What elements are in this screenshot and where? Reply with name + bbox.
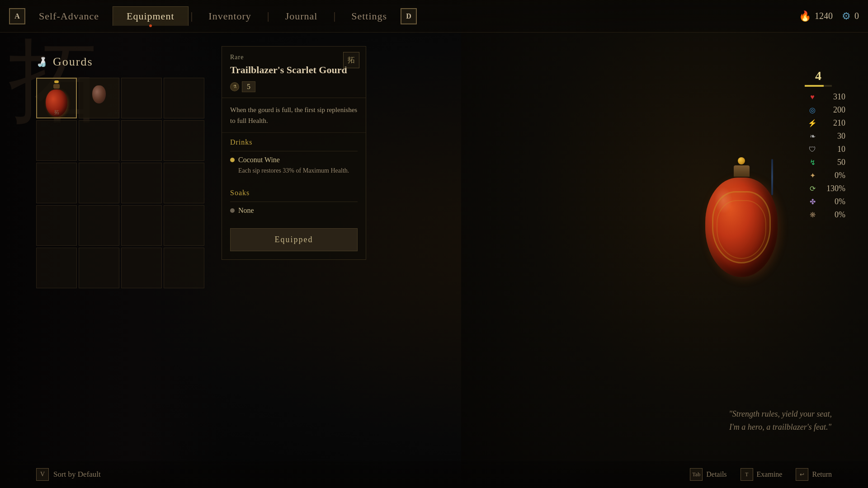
stat-pct4-row: ❋ 0%	[791, 210, 845, 220]
nav-sep-1: |	[189, 10, 195, 22]
item-mark-0: 拓	[54, 109, 59, 116]
health-value: 310	[821, 92, 845, 102]
drinks-section: Drinks Coconut Wine Each sip restores 33…	[222, 133, 366, 183]
grid-cell-11[interactable]	[164, 163, 204, 203]
nav-settings[interactable]: Settings	[338, 7, 401, 26]
drink-desc: Each sip restores 33% of Maximum Health.	[238, 166, 349, 175]
item-uses: ⚗ 5	[230, 81, 358, 92]
defense-value: 10	[821, 145, 845, 154]
pct1-value: 0%	[821, 171, 845, 180]
soak-name: None	[238, 206, 254, 215]
key-a-badge: A	[9, 8, 25, 24]
equipped-button[interactable]: Equipped	[230, 228, 358, 251]
grid-cell-19[interactable]	[164, 248, 204, 288]
posture-value: 200	[821, 105, 845, 115]
soaks-title: Soaks	[230, 189, 358, 197]
grid-cell-15[interactable]	[164, 205, 204, 246]
health-icon: ♥	[808, 93, 817, 101]
pct4-icon: ❋	[808, 211, 817, 219]
grid-cell-4[interactable]	[36, 120, 77, 161]
sort-button[interactable]: V Sort by Default	[36, 468, 101, 481]
item-name: Trailblazer's Scarlet Gourd	[230, 64, 358, 77]
pct2-icon: ⟳	[808, 184, 817, 193]
stat-posture-row: ◎ 200	[791, 105, 845, 115]
flame-value: 1240	[815, 11, 833, 21]
grid-cell-12[interactable]	[36, 205, 77, 246]
nav-journal[interactable]: Journal	[272, 7, 331, 26]
quote-line2: I'm a hero, a trailblazer's feat."	[729, 421, 832, 434]
top-navigation: A Self-Advance Equipment | Inventory | J…	[0, 0, 868, 33]
nav-right-stats: 🔥 1240 ⚙ 0	[799, 10, 859, 22]
grid-cell-5[interactable]	[79, 120, 119, 161]
grid-cell-18[interactable]	[121, 248, 162, 288]
stat-pct1-row: ✦ 0%	[791, 171, 845, 180]
armor-icon: ❧	[808, 132, 817, 141]
soak-bullet	[230, 208, 235, 213]
soaks-section: Soaks None	[222, 183, 366, 225]
grid-cell-13[interactable]	[79, 205, 119, 246]
nav-self-advance[interactable]: Self-Advance	[25, 7, 113, 26]
panel-icon: 🍶	[36, 56, 47, 67]
details-button[interactable]: Tab Details	[690, 468, 726, 481]
examine-key-badge: T	[741, 468, 753, 481]
grid-cell-9[interactable]	[79, 163, 119, 203]
drinks-divider	[230, 151, 358, 151]
grid-cell-0[interactable]: 拓	[36, 78, 77, 118]
nav-inventory[interactable]: Inventory	[195, 7, 265, 26]
soaks-divider	[230, 202, 358, 202]
pct2-value: 130%	[821, 184, 845, 193]
tab-key-badge: Tab	[690, 468, 703, 481]
inventory-panel: 🍶 Gourds 拓	[36, 55, 217, 288]
pct4-value: 0%	[821, 210, 845, 220]
examine-button[interactable]: T Examine	[741, 468, 783, 481]
item-description: When the gourd is full, the first sip re…	[222, 98, 366, 133]
grid-cell-7[interactable]	[164, 120, 204, 161]
charge-counter: 4	[791, 69, 845, 87]
armor-value: 30	[821, 131, 845, 141]
grid-cell-17[interactable]	[79, 248, 119, 288]
stat-armor-row: ❧ 30	[791, 131, 845, 141]
return-button[interactable]: ↩ Return	[796, 468, 832, 481]
inventory-grid: 拓	[36, 78, 217, 288]
item-emblem: 拓	[343, 52, 359, 68]
stat-defense-row: 🛡 10	[791, 145, 845, 154]
stat-attack-row: ⚡ 210	[791, 118, 845, 128]
grid-cell-1[interactable]	[79, 78, 119, 118]
grid-cell-10[interactable]	[121, 163, 162, 203]
grid-cell-3[interactable]	[164, 78, 204, 118]
soak-item: None	[230, 206, 358, 216]
grid-cell-8[interactable]	[36, 163, 77, 203]
bottom-bar: V Sort by Default Tab Details T Examine …	[0, 461, 868, 488]
nav-equipment[interactable]: Equipment	[113, 6, 189, 26]
gourd-pattern-inner	[717, 200, 766, 259]
stat-pct2-row: ⟳ 130%	[791, 184, 845, 193]
gourd-cap	[738, 157, 745, 164]
stat-speed-row: ↯ 50	[791, 158, 845, 167]
item-rarity: Rare	[230, 54, 358, 61]
speed-value: 50	[821, 158, 845, 167]
panel-header: 🍶 Gourds	[36, 55, 217, 69]
detail-header: Rare Trailblazer's Scarlet Gourd ⚗ 5 拓	[222, 47, 366, 98]
details-label: Details	[706, 470, 726, 479]
flame-icon: 🔥	[799, 10, 811, 22]
pct3-icon: ✤	[808, 197, 817, 206]
drink-item: Coconut Wine Each sip restores 33% of Ma…	[230, 156, 358, 175]
gourd-item-2	[92, 85, 106, 103]
grid-cell-16[interactable]	[36, 248, 77, 288]
gourd-main-body	[705, 178, 778, 277]
stat-health-row: ♥ 310	[791, 92, 845, 102]
nav-sep-2: |	[265, 10, 272, 22]
sort-label: Sort by Default	[53, 470, 101, 479]
drink-name: Coconut Wine	[238, 156, 349, 164]
grid-cell-2[interactable]	[121, 78, 162, 118]
quote-line1: "Strength rules, yield your seat,	[729, 408, 832, 421]
uses-icon: ⚗	[230, 82, 239, 91]
spirit-value: 0	[854, 11, 859, 21]
key-d-badge: D	[401, 8, 417, 24]
defense-icon: 🛡	[808, 145, 817, 154]
grid-cell-14[interactable]	[121, 205, 162, 246]
pct1-icon: ✦	[808, 171, 817, 180]
quote-block: "Strength rules, yield your seat, I'm a …	[729, 408, 832, 434]
grid-cell-6[interactable]	[121, 120, 162, 161]
examine-label: Examine	[757, 470, 783, 479]
